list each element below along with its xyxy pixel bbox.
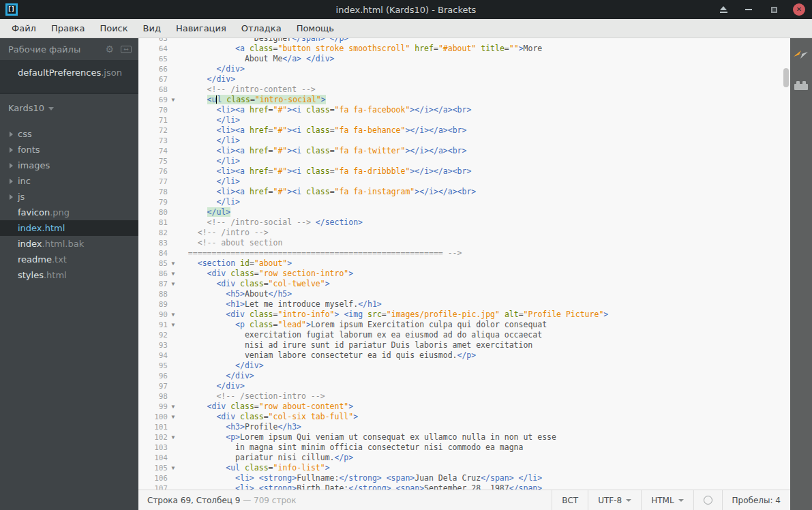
encoding-selector[interactable]: UTF-8: [588, 490, 641, 510]
code-line[interactable]: 76 <li><a href="#"><i class="fa fa-dribb…: [138, 166, 790, 177]
shade-button[interactable]: [717, 3, 730, 16]
tree-folder-js[interactable]: js: [0, 189, 138, 205]
code-line[interactable]: 85▼ <section id="about">: [138, 258, 790, 269]
code-line[interactable]: 99▼ <div class="row about-content">: [138, 402, 790, 412]
code-line[interactable]: 75 </li>: [138, 156, 790, 166]
project-selector[interactable]: Kards10: [0, 94, 138, 117]
code-line[interactable]: 103 in magna sint minim officia consecte…: [138, 442, 790, 453]
code-line[interactable]: 86▼ <div class="row section-intro">: [138, 269, 790, 279]
working-file-defaultPreferences.json[interactable]: defaultPreferences.json: [0, 65, 138, 81]
fold-icon[interactable]: ▼: [168, 95, 179, 105]
menu-item[interactable]: Правка: [44, 20, 92, 37]
code-line[interactable]: 91▼ <p class="lead">Lorem ipsum Exercita…: [138, 320, 790, 330]
fold-icon[interactable]: ▼: [168, 310, 179, 320]
fold-icon[interactable]: ▼: [168, 432, 179, 442]
indent-settings[interactable]: Пробелы: 4: [722, 490, 790, 510]
menu-item[interactable]: Вид: [136, 20, 168, 37]
code-line[interactable]: 96 </div>: [138, 371, 790, 381]
project-name: Kards10: [8, 103, 44, 113]
code-line[interactable]: 67 </div>: [138, 74, 790, 85]
tree-file-styles.html[interactable]: styles.html: [0, 267, 138, 283]
menu-item[interactable]: Помощь: [289, 20, 342, 37]
code-line[interactable]: 98 <!-- /section-intro -->: [138, 391, 790, 402]
code-editor[interactable]: 63 Designer</span> </p>64 <a class="butt…: [138, 38, 790, 490]
code-line[interactable]: 94 veniam labore consectetur ea id quis …: [138, 350, 790, 361]
code-line[interactable]: 66 </div>: [138, 64, 790, 74]
code-line[interactable]: 63 Designer</span> </p>: [138, 38, 790, 44]
code-line[interactable]: 92 exercitation fugiat laborum ex ea eiu…: [138, 330, 790, 340]
code-line[interactable]: 89 <h1>Let me introduce myself.</h1>: [138, 299, 790, 310]
code-line[interactable]: 77 </li>: [138, 177, 790, 187]
tree-folder-inc[interactable]: inc: [0, 173, 138, 189]
menu-item[interactable]: Поиск: [92, 20, 135, 37]
code-line[interactable]: 104 pariatur nisi cillum.</p>: [138, 453, 790, 463]
line-number: 71: [138, 115, 168, 125]
code-line[interactable]: 73 </li>: [138, 136, 790, 146]
code-line[interactable]: 100▼ <div class="col-six tab-full">: [138, 412, 790, 422]
code-text: nisi ad irure sunt id pariatur Duis labo…: [179, 340, 532, 350]
code-text: <li><a href="#"><i class="fa fa-facebook…: [179, 105, 471, 115]
code-line[interactable]: 97 </div>: [138, 381, 790, 391]
language-selector[interactable]: HTML: [641, 490, 693, 510]
code-line[interactable]: 70 <li><a href="#"><i class="fa fa-faceb…: [138, 105, 790, 115]
code-line[interactable]: 107 <li> <strong>Birth Date:</strong> <s…: [138, 483, 790, 490]
code-line[interactable]: 64 <a class="button stroke smoothscroll"…: [138, 44, 790, 54]
tree-file-favicon.png[interactable]: favicon.png: [0, 205, 138, 220]
tree-folder-css[interactable]: css: [0, 126, 138, 142]
tree-file-index.html.bak[interactable]: index.html.bak: [0, 236, 138, 252]
tree-file-readme.txt[interactable]: readme.txt: [0, 252, 138, 267]
fold-icon[interactable]: ▼: [168, 463, 179, 473]
insert-mode-toggle[interactable]: ВСТ: [552, 490, 588, 510]
code-line[interactable]: 78 <li><a href="#"><i class="fa fa-insta…: [138, 187, 790, 197]
fold-icon[interactable]: ▼: [168, 412, 179, 422]
split-view-icon[interactable]: ↔: [121, 46, 132, 53]
restore-button[interactable]: [768, 3, 780, 16]
line-number: 86: [138, 269, 168, 279]
menu-item[interactable]: Файл: [4, 20, 44, 37]
fold-icon[interactable]: ▼: [168, 402, 179, 412]
code-text: <p>Lorem ipsum Qui veniam ut consequat e…: [179, 432, 556, 442]
code-line[interactable]: 105▼ <ul class="info-list">: [138, 463, 790, 473]
code-line[interactable]: 83 <!-- about section: [138, 238, 790, 248]
code-line[interactable]: 69▼ <ul class="intro-social">: [138, 95, 790, 105]
gear-icon[interactable]: ⚙: [105, 44, 114, 55]
code-line[interactable]: 65 About Me</a> </div>: [138, 54, 790, 64]
minimize-button[interactable]: [742, 3, 755, 16]
fold-icon[interactable]: ▼: [168, 320, 179, 330]
code-line[interactable]: 101 <h3>Profile</h3>: [138, 422, 790, 432]
live-preview-icon[interactable]: [794, 49, 809, 60]
fold-icon[interactable]: ▼: [168, 258, 179, 269]
tree-folder-fonts[interactable]: fonts: [0, 142, 138, 158]
code-line[interactable]: 106 <li> <strong>Fullname:</strong> <spa…: [138, 473, 790, 483]
code-text: <li> <strong>Fullname:</strong> <span>Ju…: [179, 473, 542, 483]
close-button[interactable]: ✕: [793, 3, 805, 16]
tree-file-index.html[interactable]: index.html: [0, 220, 138, 236]
code-line[interactable]: 74 <li><a href="#"><i class="fa fa-twitt…: [138, 146, 790, 156]
menu-item[interactable]: Отладка: [234, 20, 289, 37]
menu-item[interactable]: Навигация: [168, 20, 234, 37]
vertical-scrollbar-thumb[interactable]: [783, 68, 789, 87]
code-line[interactable]: 88 <h5>About</h5>: [138, 289, 790, 299]
code-line[interactable]: 87▼ <div class="col-twelve">: [138, 279, 790, 289]
fold-icon[interactable]: ▼: [168, 279, 179, 289]
code-line[interactable]: 82 <!-- /intro -->: [138, 228, 790, 238]
code-line[interactable]: 93 nisi ad irure sunt id pariatur Duis l…: [138, 340, 790, 350]
code-line[interactable]: 102▼ <p>Lorem ipsum Qui veniam ut conseq…: [138, 432, 790, 442]
tree-folder-images[interactable]: images: [0, 158, 138, 173]
line-number: 95: [138, 361, 168, 371]
code-line[interactable]: 68 <!-- /intro-content -->: [138, 85, 790, 95]
code-line[interactable]: 79 </li>: [138, 197, 790, 207]
code-line[interactable]: 80 </ul>: [138, 207, 790, 217]
code-line[interactable]: 90▼ <div class="intro-info"> <img src="i…: [138, 310, 790, 320]
fold-gutter: [168, 473, 179, 483]
fold-gutter: [168, 197, 179, 207]
lint-status[interactable]: [693, 490, 722, 510]
code-line[interactable]: 72 <li><a href="#"><i class="fa fa-behan…: [138, 125, 790, 136]
code-line[interactable]: 95 </div>: [138, 361, 790, 371]
extension-manager-icon[interactable]: [794, 80, 809, 91]
code-line[interactable]: 81 <!-- /intro-social --> </section>: [138, 217, 790, 228]
code-line[interactable]: 71 </li>: [138, 115, 790, 125]
code-line[interactable]: 84 =====================================…: [138, 248, 790, 258]
fold-icon[interactable]: ▼: [168, 269, 179, 279]
fold-gutter: [168, 85, 179, 95]
